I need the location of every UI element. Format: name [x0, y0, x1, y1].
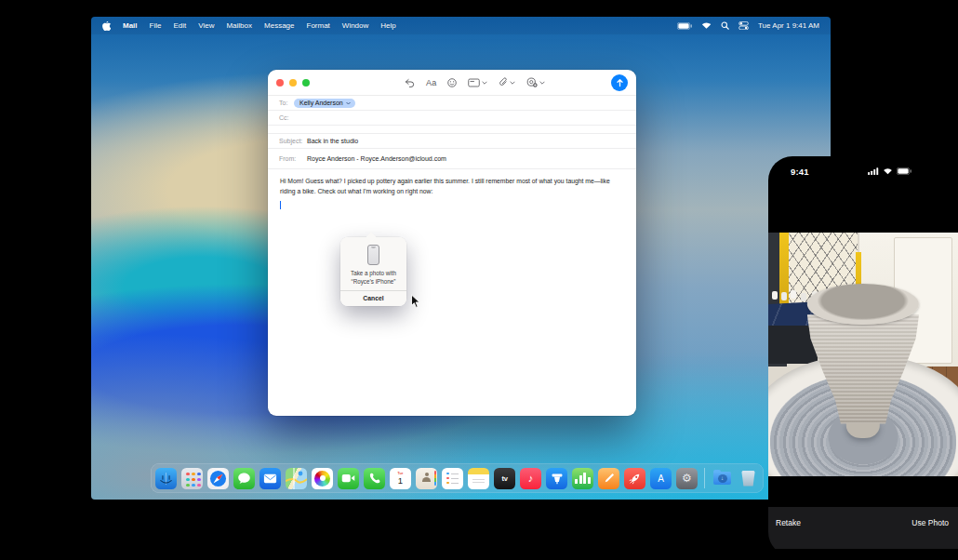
iphone-clock: 9:41: [791, 167, 809, 177]
menu-mailbox[interactable]: Mailbox: [226, 21, 252, 30]
subject-label: Subject:: [279, 138, 307, 144]
cancel-button[interactable]: Cancel: [340, 291, 406, 306]
send-button[interactable]: [611, 74, 628, 91]
close-button[interactable]: [276, 79, 284, 87]
dock-finder-icon[interactable]: [155, 468, 177, 489]
cc-field[interactable]: Cc:: [268, 111, 636, 126]
menu-view[interactable]: View: [198, 21, 214, 30]
from-field[interactable]: From: Royce Anderson - Royce.Anderson@ic…: [268, 149, 636, 169]
mouse-cursor: [410, 294, 420, 313]
message-body-editor[interactable]: Hi Mom! Guess what? I picked up pottery …: [268, 169, 636, 416]
wifi-icon: [883, 167, 893, 175]
format-button[interactable]: Aa: [426, 78, 436, 87]
dock-mail-icon[interactable]: [259, 468, 281, 489]
subject-value: Back in the studio: [307, 138, 358, 144]
camera-preview: [768, 233, 958, 476]
menu-edit[interactable]: Edit: [173, 21, 186, 30]
popup-message-line2: “Royce’s iPhone”: [340, 278, 406, 287]
dock-divider: [704, 468, 705, 488]
battery-icon: [897, 167, 911, 175]
dock-notes-icon[interactable]: [468, 468, 489, 489]
cellular-icon: [868, 167, 879, 175]
retake-button[interactable]: Retake: [776, 518, 801, 549]
dock-photos-icon[interactable]: [312, 468, 333, 489]
insert-photo-button[interactable]: [526, 77, 545, 87]
menu-app-name[interactable]: Mail: [123, 21, 138, 30]
menu-help[interactable]: Help: [380, 21, 395, 30]
message-body-text: Hi Mom! Guess what? I picked up pottery …: [280, 177, 624, 196]
dock-pages-icon[interactable]: [598, 468, 619, 489]
minimize-button[interactable]: [289, 79, 297, 87]
search-icon[interactable]: [721, 21, 729, 30]
use-photo-button[interactable]: Use Photo: [911, 518, 949, 549]
compose-toolbar: Aa: [268, 70, 636, 96]
dock-numbers-icon[interactable]: [572, 468, 593, 489]
menu-format[interactable]: Format: [307, 21, 330, 30]
menu-file[interactable]: File: [150, 21, 162, 30]
dock-appstore-icon[interactable]: A: [650, 468, 672, 489]
dock-launchpad-icon[interactable]: [181, 468, 203, 489]
apple-menu-icon[interactable]: [102, 20, 112, 32]
menu-message[interactable]: Message: [264, 21, 294, 30]
dock-maps-icon[interactable]: [286, 468, 307, 489]
mac-display: Mail File Edit View Mailbox Message Form…: [91, 17, 831, 500]
dock-trash-icon[interactable]: [738, 468, 759, 489]
dock-keynote-icon[interactable]: [546, 468, 567, 489]
take-photo-popup: Take a photo with “Royce’s iPhone” Cance…: [340, 237, 406, 306]
iphone-screen: 9:41 Retake Use Photo: [768, 156, 958, 556]
dock: Tue 1 tv ♪ A ⚙ ↓: [151, 463, 764, 493]
mail-compose-window: Aa T: [268, 70, 636, 416]
menu-window[interactable]: Window: [342, 21, 368, 30]
menu-bar: Mail File Edit View Mailbox Message Form…: [91, 17, 831, 34]
calendar-day: 1: [398, 476, 403, 486]
zoom-button[interactable]: [302, 79, 310, 87]
from-value: Royce Anderson - Royce.Anderson@icloud.c…: [307, 155, 446, 162]
header-fields-button[interactable]: [468, 78, 487, 87]
dock-downloads-icon[interactable]: ↓: [712, 468, 733, 489]
to-field[interactable]: To: Kelly Anderson: [268, 96, 636, 111]
photo-clay-pot: [807, 284, 919, 454]
attachment-button[interactable]: [499, 77, 515, 87]
dock-phone-icon[interactable]: [364, 468, 385, 489]
control-center-icon[interactable]: [738, 21, 749, 30]
emoji-button[interactable]: [447, 78, 457, 87]
battery-icon[interactable]: [677, 22, 692, 30]
dock-reminders-icon[interactable]: [442, 468, 463, 489]
iphone-icon: [367, 245, 379, 265]
dock-calendar-icon[interactable]: Tue 1: [390, 468, 411, 489]
recipient-chevron-icon: [346, 101, 351, 105]
to-label: To:: [279, 100, 294, 106]
cc-label: Cc:: [279, 114, 294, 121]
iphone-status-bar: 9:41: [768, 165, 958, 178]
dock-settings-icon[interactable]: ⚙: [676, 468, 698, 489]
undo-button[interactable]: [405, 78, 415, 87]
dock-tv-icon[interactable]: tv: [494, 468, 515, 489]
dock-messages-icon[interactable]: [233, 468, 255, 489]
photo-pottery-shelf-items: [772, 291, 778, 300]
field-spacer: [268, 126, 636, 134]
dock-safari-icon[interactable]: [207, 468, 229, 489]
text-caret: [280, 201, 281, 209]
from-label: From:: [279, 155, 307, 162]
camera-action-bar: Retake Use Photo: [768, 507, 958, 549]
dock-facetime-icon[interactable]: [338, 468, 359, 489]
wifi-icon[interactable]: [701, 21, 712, 30]
dock-rocket-icon[interactable]: [624, 468, 645, 489]
dock-contacts-icon[interactable]: [416, 468, 437, 489]
popup-message-line1: Take a photo with: [340, 270, 406, 278]
screenshot-root: { "menu_bar": { "items": ["Mail", "File"…: [0, 0, 958, 560]
dock-music-icon[interactable]: ♪: [520, 468, 541, 489]
menu-clock[interactable]: Tue Apr 1 9:41 AM: [758, 21, 819, 30]
recipient-token[interactable]: Kelly Anderson: [294, 99, 355, 108]
subject-field[interactable]: Subject: Back in the studio: [268, 134, 636, 149]
